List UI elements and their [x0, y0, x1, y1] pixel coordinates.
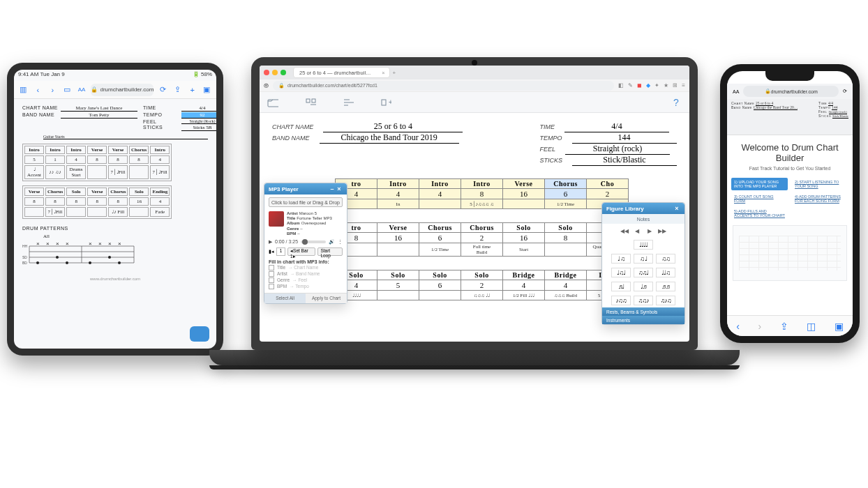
checkbox-icon[interactable] [269, 265, 274, 270]
grid-cell[interactable]: 2 [461, 280, 503, 291]
ext-icon[interactable]: ◼ [637, 82, 642, 89]
bookmarks-icon[interactable]: ◫ [807, 321, 816, 332]
align-tool-icon[interactable] [342, 96, 354, 109]
reader-aa-icon[interactable]: AA [77, 84, 87, 96]
grid-cell[interactable]: Intro [377, 179, 419, 189]
grid-cell[interactable] [419, 291, 461, 300]
checkbox-icon[interactable] [269, 284, 274, 289]
figure-item[interactable]: ♩ ♫ [611, 254, 631, 264]
figure-item[interactable]: ♪♫♫ [611, 296, 631, 305]
bar-number-input[interactable]: 1 [276, 247, 285, 256]
grid-cell[interactable]: ♫♫♫ Build [545, 291, 587, 300]
grid-cell[interactable]: Intro [461, 179, 503, 189]
grid-row[interactable]: VerseChorusSoloVerseChorusSoloEnding8888… [22, 185, 172, 219]
grid-cell[interactable]: Intro [24, 146, 44, 154]
grid-cell[interactable] [377, 243, 419, 257]
value-band-name[interactable]: Tom Petty [61, 112, 137, 119]
grid-cell[interactable]: 1/2 Time [545, 199, 587, 209]
grid-cell[interactable] [129, 165, 149, 179]
tabs-icon[interactable]: ▣ [202, 84, 212, 96]
reload-icon[interactable]: ⟳ [843, 89, 847, 94]
tutorial-step[interactable]: 3) COUNT OUT SONG FORM [731, 192, 788, 205]
grid-cell[interactable]: Intro [66, 146, 86, 154]
grid-cell[interactable]: ♫♫♫ ♩♩ [461, 291, 503, 300]
grid-cell[interactable]: 6 [419, 280, 461, 291]
grid-cell[interactable]: Verse [377, 223, 419, 233]
zoom-window-icon[interactable] [280, 70, 286, 75]
browser-tab[interactable]: 25 or 6 to 4 — drumchartbuil…× [293, 67, 390, 78]
fill-option[interactable]: BPM→ Tempo [269, 284, 343, 289]
grid-cell[interactable]: Bridge [503, 270, 545, 280]
start-loop-button[interactable]: Start Loop [317, 247, 343, 256]
grid-cell[interactable]: ♩Accent [24, 165, 44, 179]
grid-cell[interactable]: 8 [45, 197, 65, 206]
figure-tab-notes[interactable]: Notes [602, 214, 684, 224]
mp3-player-panel[interactable]: MP3 Player –× Click to load file or Drag… [264, 183, 347, 304]
volume-icon[interactable]: 🔊 [329, 239, 335, 245]
grid-cell[interactable]: 16 [129, 197, 149, 206]
grid-cell[interactable] [419, 199, 461, 209]
address-bar[interactable]: 🔒drumchartbuilder.com/chart/edit/5277fcd… [273, 81, 614, 91]
grid-cell[interactable]: Solo [419, 270, 461, 280]
value-tempo[interactable]: 144 [572, 132, 677, 144]
grid-cell[interactable]: 6 [545, 189, 587, 199]
reader-aa-icon[interactable]: AA [733, 89, 739, 94]
grid-cell[interactable]: Full timeBuild [461, 243, 503, 257]
grid-cell[interactable]: 4 [419, 189, 461, 199]
grid-cell[interactable] [377, 291, 419, 300]
grid-cell[interactable]: Chorus [545, 179, 587, 189]
grid-cell[interactable]: Chorus [129, 146, 149, 154]
figure-item[interactable]: ♫♪♫ [656, 296, 675, 305]
more-icon[interactable]: ⋮ [338, 239, 343, 245]
grid-cell[interactable]: 4 [66, 155, 86, 164]
grid-cell[interactable]: Intro [45, 146, 65, 154]
tutorial-preview-image[interactable] [733, 225, 847, 281]
grid-cell[interactable]: Start [503, 243, 545, 257]
grid-cell[interactable] [87, 165, 107, 179]
minimize-window-icon[interactable] [272, 70, 278, 75]
grid-row[interactable]: SoloSoloSoloSoloBridgeBridgeIntro4562448… [335, 270, 629, 300]
chart-header-preview[interactable]: Chart Name 25 or 6 to 4 Band Name Chicag… [727, 99, 853, 135]
grid-cell[interactable]: 4 [503, 280, 545, 291]
value-feel[interactable]: Straight (rock) [565, 144, 670, 155]
share-icon[interactable]: ⇪ [780, 321, 788, 332]
grid-cell[interactable]: 2 [461, 233, 503, 243]
value-sticks[interactable]: Sticks 5B [181, 125, 216, 131]
grid-cell[interactable]: 8 [461, 189, 503, 199]
grid-cell[interactable] [503, 199, 545, 209]
grid-cell[interactable] [66, 207, 86, 217]
fill-option[interactable]: Genre→ Feel [269, 277, 343, 283]
grid-cell[interactable]: 4 [377, 189, 419, 199]
select-all-button[interactable]: Select All [264, 293, 306, 303]
checkbox-icon[interactable] [269, 277, 274, 283]
grid-cell[interactable]: ♩♪ Fill [108, 207, 128, 217]
grid-cell[interactable]: 8 [66, 197, 86, 206]
play-icon[interactable]: ▶ [269, 239, 272, 245]
forward-icon[interactable]: › [758, 321, 761, 332]
figure-item[interactable]: ♩♩♫ [656, 268, 675, 277]
grid-cell[interactable]: 1 [45, 155, 65, 164]
window-controls[interactable] [264, 70, 286, 75]
ext-icon[interactable]: ◧ [618, 82, 624, 89]
value-time[interactable]: 4/4 [564, 121, 669, 132]
fill-option[interactable]: Artist→ Band Name [269, 271, 343, 277]
value-chart-name[interactable]: Mary Jane's Last Dance [61, 105, 137, 112]
tutorial-step[interactable]: 2) START LISTENING TO YOUR SONG [792, 178, 848, 190]
value-band-name[interactable]: Chicago the Band Tour 2019 [320, 132, 459, 144]
bookmark-icon[interactable]: ★ [664, 82, 668, 89]
progress-slider[interactable] [301, 241, 326, 243]
close-icon[interactable]: × [673, 205, 680, 212]
minimize-icon[interactable]: – [329, 185, 336, 192]
back-icon[interactable]: ‹ [33, 84, 43, 96]
apply-to-chart-button[interactable]: Apply to Chart [306, 293, 347, 303]
figure-item[interactable]: ♬♬ [656, 282, 675, 291]
grid-cell[interactable]: ♪♪ ♫♪ [45, 165, 65, 179]
tutorial-step[interactable]: 1) UPLOAD YOUR SONG INTO THE MP3 PLAYER [731, 178, 788, 190]
figure-section-instruments[interactable]: Instruments [602, 316, 684, 324]
ext-icon[interactable]: ✎ [628, 82, 633, 89]
sidebar-icon[interactable]: ▥ [18, 84, 29, 96]
grid-cell[interactable] [87, 207, 107, 217]
grid-cell[interactable]: Verse [24, 188, 44, 196]
next-icon[interactable]: ▶ [645, 226, 654, 236]
grid-cell[interactable]: In [377, 199, 419, 209]
